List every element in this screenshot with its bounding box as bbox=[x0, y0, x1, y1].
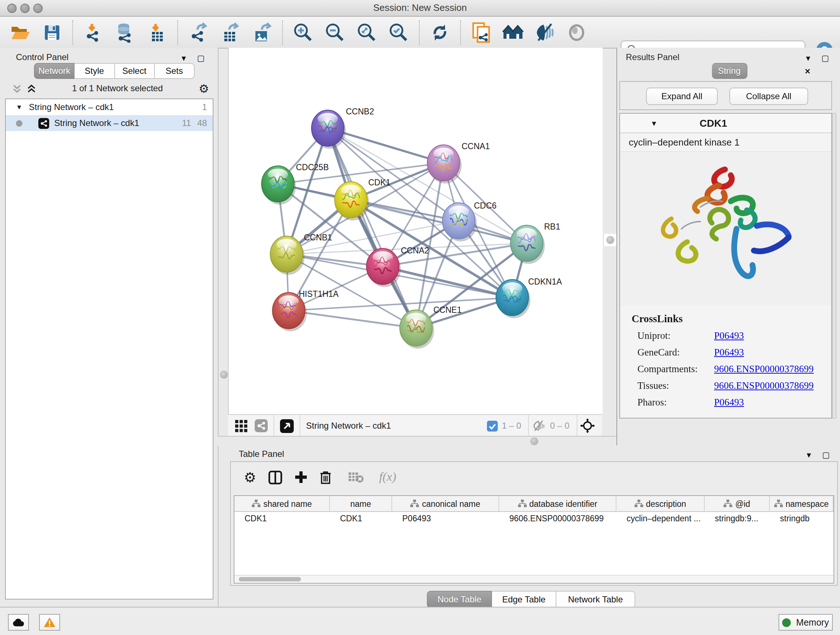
memory-status-icon bbox=[783, 618, 791, 627]
import-network-file-icon[interactable] bbox=[82, 21, 104, 43]
function-builder-icon[interactable]: f(x) bbox=[379, 470, 396, 485]
gene-card: ▼ CDK1 cyclin–dependent kinase 1 bbox=[619, 113, 832, 418]
zoom-selected-icon[interactable] bbox=[388, 21, 409, 43]
control-panel-menu-icon[interactable]: ▼ bbox=[180, 54, 187, 62]
delete-column-icon[interactable] bbox=[320, 470, 332, 484]
column-header--id[interactable]: @id bbox=[705, 496, 770, 511]
node-label-HIST1H1A: HIST1H1A bbox=[299, 289, 339, 299]
column-header-label: database identifier bbox=[529, 499, 597, 508]
bottom-splitter-handle[interactable] bbox=[531, 437, 538, 445]
grid-view-icon[interactable] bbox=[235, 420, 248, 432]
collection-count: 1 bbox=[193, 102, 207, 112]
edge-CCNB2-CCNE1[interactable] bbox=[328, 128, 416, 328]
tab-node-table[interactable]: Node Table bbox=[427, 591, 492, 608]
memory-button[interactable]: Memory bbox=[778, 614, 833, 631]
column-header-description[interactable]: description bbox=[616, 496, 705, 511]
zoom-in-icon[interactable] bbox=[292, 21, 314, 43]
right-splitter-handle[interactable] bbox=[604, 234, 616, 246]
string-view-icon[interactable] bbox=[255, 419, 268, 432]
zoom-out-icon[interactable] bbox=[324, 21, 346, 43]
results-panel-float-icon[interactable]: ▢ bbox=[821, 54, 829, 62]
share-document-icon[interactable] bbox=[470, 21, 492, 43]
zoom-fit-icon[interactable] bbox=[356, 21, 378, 43]
collection-label: String Network – cdk1 bbox=[29, 102, 193, 112]
node-CCNE1[interactable]: CCNE1 bbox=[400, 305, 462, 348]
crosslink-value-link[interactable]: P06493 bbox=[714, 330, 744, 342]
tab-network[interactable]: Network bbox=[34, 63, 75, 79]
crosslink-value-link[interactable]: 9606.ENSP00000378699 bbox=[714, 363, 813, 375]
gene-collapse-icon[interactable]: ▼ bbox=[651, 119, 658, 127]
show-all-views-icon[interactable] bbox=[502, 21, 524, 43]
refresh-view-icon[interactable] bbox=[429, 21, 451, 43]
gene-header-row[interactable]: ▼ CDK1 bbox=[620, 114, 831, 133]
column-header-namespace[interactable]: namespace bbox=[770, 496, 834, 511]
column-header-name[interactable]: name bbox=[330, 496, 392, 511]
birds-eye-view-icon[interactable] bbox=[280, 419, 294, 432]
network-view-canvas[interactable]: CCNB2CCNA1CDC25BCDK1CDC6RB1CCNB1CCNA2CDK… bbox=[228, 48, 603, 414]
table-panel-menu-icon[interactable]: ▼ bbox=[805, 451, 813, 459]
node-CCNA2[interactable]: CCNA2 bbox=[366, 246, 429, 287]
node-label-CCNA1: CCNA1 bbox=[462, 141, 490, 151]
export-image-icon[interactable] bbox=[251, 21, 273, 43]
edge-HIST1H1A-CCNE1[interactable] bbox=[289, 310, 416, 328]
node-CCNB1[interactable]: CCNB1 bbox=[270, 233, 332, 275]
memory-label: Memory bbox=[796, 617, 829, 627]
crosslink-value-link[interactable]: 9606.ENSP00000378699 bbox=[714, 380, 813, 392]
column-header-canonical-name[interactable]: canonical name bbox=[392, 496, 499, 511]
export-network-icon[interactable] bbox=[187, 21, 209, 43]
table-tabs: Node TableEdge TableNetwork Table bbox=[427, 591, 635, 608]
crosslink-row: GeneCard:P06493 bbox=[632, 347, 831, 358]
network-options-gear-icon[interactable]: ⚙ bbox=[199, 81, 209, 95]
node-label-CDKN1A: CDKN1A bbox=[528, 277, 562, 287]
shared-column-icon bbox=[518, 500, 526, 508]
tab-select[interactable]: Select bbox=[115, 63, 155, 79]
show-view-icon[interactable] bbox=[566, 21, 587, 43]
collapse-all-button[interactable]: Collapse All bbox=[729, 88, 808, 105]
expand-all-button[interactable]: Expand All bbox=[646, 88, 718, 105]
results-panel-close-icon[interactable]: ✕ bbox=[805, 67, 811, 75]
column-header-database-identifier[interactable]: database identifier bbox=[499, 496, 616, 511]
table-toolbar: ⚙ f(x) bbox=[231, 462, 837, 492]
crosslink-label: Compartments: bbox=[638, 363, 714, 375]
open-session-icon[interactable] bbox=[9, 21, 31, 43]
control-panel-float-icon[interactable]: ▢ bbox=[197, 54, 205, 62]
tab-string[interactable]: String bbox=[712, 63, 747, 79]
selected-checkbox-icon[interactable] bbox=[486, 420, 497, 431]
table-row[interactable]: CDK1CDK1P064939606.ENSP00000378699cyclin… bbox=[234, 512, 834, 526]
expand-all-networks-icon[interactable] bbox=[27, 84, 36, 93]
export-table-icon[interactable] bbox=[219, 21, 241, 43]
node-CDKN1A[interactable]: CDKN1A bbox=[496, 277, 562, 318]
table-options-gear-icon[interactable]: ⚙ bbox=[244, 469, 256, 486]
hide-view-icon[interactable] bbox=[534, 21, 556, 43]
table-h-scrollbar[interactable] bbox=[234, 575, 834, 583]
node-HIST1H1A[interactable]: HIST1H1A bbox=[272, 289, 339, 331]
save-session-icon[interactable] bbox=[41, 21, 63, 43]
warnings-button[interactable] bbox=[39, 614, 60, 631]
crosslink-value-link[interactable]: P06493 bbox=[714, 397, 744, 409]
hidden-eye-icon[interactable] bbox=[532, 420, 546, 432]
collection-expander-icon[interactable]: ▼ bbox=[16, 103, 22, 111]
network-row[interactable]: String Network – cdk1 11 48 bbox=[6, 115, 213, 131]
fit-selected-crosshair-icon[interactable] bbox=[580, 418, 595, 433]
tab-sets[interactable]: Sets bbox=[155, 63, 195, 79]
results-scrollbar[interactable] bbox=[832, 113, 836, 418]
table-panel-float-icon[interactable]: ▢ bbox=[822, 450, 830, 459]
collapse-all-networks-icon[interactable] bbox=[12, 84, 22, 93]
network-view-title: String Network – cdk1 bbox=[306, 421, 391, 431]
crosslink-value-link[interactable]: P06493 bbox=[714, 347, 744, 358]
column-header-shared-name[interactable]: shared name bbox=[234, 496, 330, 511]
tab-edge-table[interactable]: Edge Table bbox=[492, 591, 556, 608]
node-RB1[interactable]: RB1 bbox=[510, 222, 561, 264]
network-view-toolbar: String Network – cdk1 1 – 0 0 – 0 bbox=[228, 414, 602, 437]
show-columns-icon[interactable] bbox=[268, 470, 282, 484]
cloud-status-button[interactable] bbox=[8, 614, 29, 631]
import-network-database-icon[interactable] bbox=[114, 21, 136, 43]
import-table-file-icon[interactable] bbox=[146, 21, 168, 43]
delete-table-icon[interactable] bbox=[348, 471, 364, 483]
control-panel-title: Control Panel bbox=[16, 52, 68, 62]
tab-network-table[interactable]: Network Table bbox=[556, 591, 635, 608]
network-collection-row[interactable]: ▼ String Network – cdk1 1 bbox=[6, 99, 213, 115]
tab-style[interactable]: Style bbox=[75, 63, 115, 79]
add-column-icon[interactable] bbox=[294, 470, 308, 484]
results-panel-menu-icon[interactable]: ▼ bbox=[805, 54, 812, 62]
